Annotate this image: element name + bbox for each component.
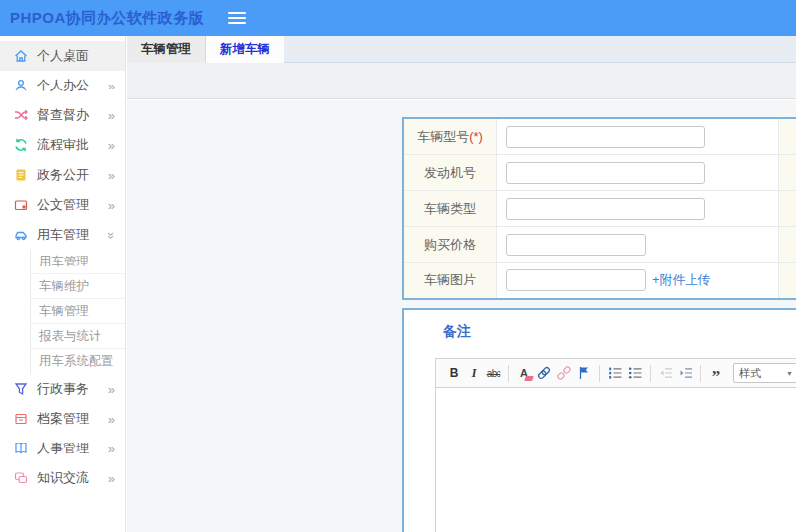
italic-button[interactable]: I xyxy=(464,363,484,383)
chevron-right-icon: » xyxy=(108,413,115,426)
hamburger-menu-icon[interactable] xyxy=(228,9,246,27)
chevron-right-icon: » xyxy=(108,443,115,455)
bullet-list-button[interactable] xyxy=(625,363,645,383)
sidebar-item-label: 个人桌面 xyxy=(37,47,115,65)
next-column-stub xyxy=(778,263,796,298)
chevron-right-icon: » xyxy=(108,472,115,485)
sidebar-item-hr-management[interactable]: 人事管理 » xyxy=(0,434,125,463)
document-icon xyxy=(13,167,29,183)
blockquote-button[interactable]: ” xyxy=(706,363,726,383)
field-label: 发动机号 xyxy=(404,155,497,190)
chevron-right-icon: » xyxy=(108,199,115,212)
content-area: 车辆型号(*) 发动机号 车辆类型 xyxy=(127,100,796,532)
editor-content-area[interactable] xyxy=(436,388,796,532)
chevron-right-icon: » xyxy=(108,109,115,122)
editor-toolbar: B I abc A xyxy=(436,359,796,388)
sidebar-item-label: 督查督办 xyxy=(37,106,108,124)
sidebar-item-official-documents[interactable]: 公文管理 » xyxy=(0,190,125,220)
next-column-stub xyxy=(778,119,796,154)
vehicle-form-panel: 车辆型号(*) 发动机号 车辆类型 xyxy=(402,117,796,300)
book-icon xyxy=(13,441,29,456)
shuffle-icon xyxy=(13,107,29,123)
next-column-stub xyxy=(778,191,796,226)
next-column-stub xyxy=(778,227,796,262)
sidebar-item-personal-desktop[interactable]: 个人桌面 xyxy=(0,41,125,71)
sidebar-item-administrative-affairs[interactable]: 行政事务 » xyxy=(0,374,125,404)
app-title: PHPOA协同办公软件政务版 xyxy=(10,9,204,28)
chevron-right-icon: » xyxy=(108,383,115,396)
chevron-right-icon: » xyxy=(108,80,115,92)
submenu-item-vehicle-use[interactable]: 用车管理 xyxy=(31,250,125,274)
vehicle-type-input[interactable] xyxy=(506,198,705,220)
toolbar-separator xyxy=(599,365,600,382)
link-button[interactable] xyxy=(534,363,554,383)
sidebar-item-label: 流程审批 xyxy=(37,136,108,154)
submenu-item-vehicle-admin[interactable]: 车辆管理 xyxy=(31,299,125,324)
funnel-icon xyxy=(13,381,29,397)
bold-button[interactable]: B xyxy=(444,363,464,383)
main-area: 车辆管理 新增车辆 车辆型号(*) 发动机号 xyxy=(127,36,796,532)
sidebar-item-label: 个人办公 xyxy=(37,77,108,94)
form-row-purchase-price: 购买价格 xyxy=(404,227,796,263)
sidebar-item-label: 档案管理 xyxy=(37,410,108,428)
sidebar-item-personal-office[interactable]: 个人办公 » xyxy=(0,71,125,100)
required-mark: (*) xyxy=(469,129,483,144)
sidebar-item-workflow-approval[interactable]: 流程审批 » xyxy=(0,130,125,160)
tab-vehicle-management[interactable]: 车辆管理 xyxy=(127,36,206,63)
toolbar-separator xyxy=(700,365,701,382)
sidebar-item-label: 人事管理 xyxy=(37,440,108,457)
car-icon xyxy=(13,227,29,243)
ordered-list-button[interactable] xyxy=(605,363,625,383)
strikethrough-button[interactable]: abc xyxy=(484,363,503,383)
sidebar-item-supervision[interactable]: 督查督办 » xyxy=(0,100,125,130)
form-row-engine-number: 发动机号 xyxy=(404,155,796,191)
submenu-item-reports-statistics[interactable]: 报表与统计 xyxy=(31,324,125,349)
submenu-item-vehicle-system-config[interactable]: 用车系统配置 xyxy=(31,349,125,374)
chevron-down-icon: » xyxy=(105,231,118,238)
sync-icon xyxy=(13,137,29,153)
toolbar-separator xyxy=(650,365,651,382)
mail-icon xyxy=(13,197,29,213)
user-icon xyxy=(13,78,29,93)
remove-format-button[interactable]: A xyxy=(514,363,534,383)
archive-icon xyxy=(13,411,29,427)
sidebar-item-label: 用车管理 xyxy=(37,226,108,244)
sidebar-item-archives-management[interactable]: 档案管理 » xyxy=(0,404,125,434)
chevron-right-icon: » xyxy=(108,139,115,152)
dropdown-arrow-icon: ▼ xyxy=(786,370,793,377)
anchor-flag-button[interactable] xyxy=(574,363,594,383)
notes-title: 备注 xyxy=(443,323,796,341)
unlink-button[interactable] xyxy=(554,363,574,383)
field-label: 购买价格 xyxy=(404,227,497,262)
form-row-vehicle-image: 车辆图片 +附件上传 xyxy=(404,263,796,298)
purchase-price-input[interactable] xyxy=(506,234,646,256)
form-row-vehicle-model: 车辆型号(*) xyxy=(404,119,796,155)
richtext-editor: B I abc A xyxy=(435,358,796,532)
sidebar-item-label: 公文管理 xyxy=(37,196,108,214)
submenu-item-vehicle-maintenance[interactable]: 车辆维护 xyxy=(31,274,125,299)
sidebar-item-government-disclosure[interactable]: 政务公开 » xyxy=(0,160,125,190)
vehicle-model-input[interactable] xyxy=(506,126,705,148)
home-icon xyxy=(13,48,29,64)
vehicle-submenu: 用车管理 车辆维护 车辆管理 报表与统计 用车系统配置 xyxy=(30,250,125,374)
increase-indent-button[interactable] xyxy=(676,363,696,383)
attachment-upload-link[interactable]: +附件上传 xyxy=(652,271,711,289)
sidebar-item-knowledge-exchange[interactable]: 知识交流 » xyxy=(0,463,125,493)
sidebar-item-label: 知识交流 xyxy=(37,469,108,487)
sidebar-item-label: 政务公开 xyxy=(37,166,108,184)
tab-new-vehicle[interactable]: 新增车辆 xyxy=(206,36,284,63)
toolbar-strip xyxy=(127,63,796,99)
styles-dropdown[interactable]: 样式 ▼ xyxy=(733,363,796,383)
vehicle-image-input[interactable] xyxy=(506,269,646,291)
sidebar-item-vehicle-management[interactable]: 用车管理 » xyxy=(0,220,125,250)
styles-dropdown-label: 样式 xyxy=(739,366,761,381)
form-row-vehicle-type: 车辆类型 xyxy=(404,191,796,227)
chevron-right-icon: » xyxy=(108,169,115,182)
sidebar-item-label: 行政事务 xyxy=(37,380,108,398)
field-label: 车辆型号(*) xyxy=(404,119,497,154)
decrease-indent-button[interactable] xyxy=(656,363,676,383)
next-column-stub xyxy=(778,155,796,190)
app-header: PHPOA协同办公软件政务版 xyxy=(0,0,796,36)
field-label: 车辆类型 xyxy=(404,191,497,226)
engine-number-input[interactable] xyxy=(506,162,705,184)
